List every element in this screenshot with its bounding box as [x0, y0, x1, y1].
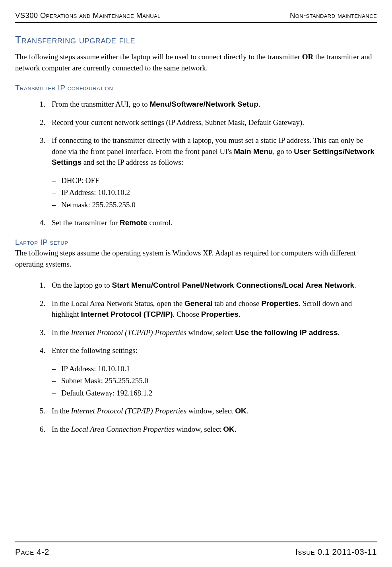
intro-paragraph: The following steps assume either the la…	[15, 51, 377, 73]
sub-list-item: –Default Gateway: 192.168.1.2	[15, 388, 377, 399]
page-footer: Page 4-2 Issue 0.1 2011-03-11	[15, 542, 377, 557]
header-right: Non-standard maintenance	[290, 11, 377, 20]
list-item: 1. From the transmitter AUI, go to Menu/…	[15, 99, 377, 110]
issue-date: Issue 0.1 2011-03-11	[295, 547, 377, 557]
sub-list-item: –IP Address: 10.10.10.2	[15, 187, 377, 198]
subhead-laptop-ip: Laptop IP setup	[15, 238, 377, 247]
sub-list-item: –Subnet Mask: 255.255.255.0	[15, 375, 377, 386]
section-title: Transferring upgrade file	[15, 34, 377, 46]
sub-list-item: –DHCP: OFF	[15, 175, 377, 186]
list-item: 6. In the Local Area Connection Properti…	[15, 424, 377, 435]
list-item: 3. If connecting to the transmitter dire…	[15, 135, 377, 168]
list-item: 1. On the laptop go to Start Menu/Contro…	[15, 280, 377, 291]
list-item: 2. Record your current network settings …	[15, 117, 377, 128]
subhead-transmitter-ip: Transmitter IP configuration	[15, 84, 377, 92]
list-item: 4. Set the transmitter for Remote contro…	[15, 217, 377, 228]
header-left: VS300 Operations and Maintenance Manual	[15, 11, 161, 20]
sub-list-item: –Netmask: 255.255.255.0	[15, 199, 377, 210]
list-item: 5. In the Internet Protocol (TCP/IP) Pro…	[15, 405, 377, 417]
page-header: VS300 Operations and Maintenance Manual …	[15, 11, 377, 23]
laptop-steps: 1. On the laptop go to Start Menu/Contro…	[15, 280, 377, 435]
list-item: 4. Enter the following settings:	[15, 345, 377, 356]
list-item: 3. In the Internet Protocol (TCP/IP) Pro…	[15, 327, 377, 338]
transmitter-steps: 1. From the transmitter AUI, go to Menu/…	[15, 99, 377, 228]
intro-paragraph: The following steps assume the operating…	[15, 247, 377, 269]
sub-list-item: –IP Address: 10.10.10.1	[15, 363, 377, 374]
list-item: 2. In the Local Area Network Status, ope…	[15, 298, 377, 320]
page-number: Page 4-2	[15, 547, 49, 557]
